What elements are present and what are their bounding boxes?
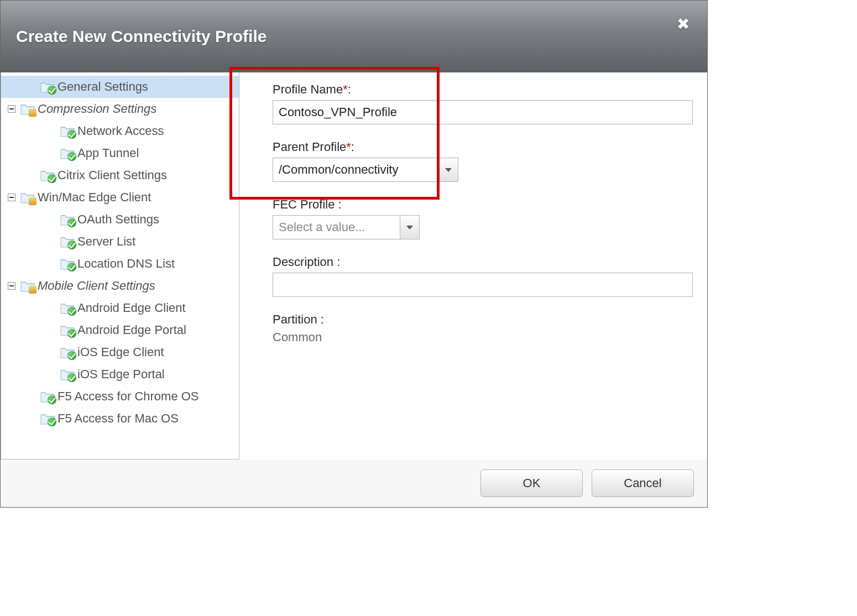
expander-placeholder bbox=[6, 81, 18, 93]
label-text: FEC Profile bbox=[273, 197, 335, 211]
expander-placeholder bbox=[6, 258, 18, 270]
expander-placeholder bbox=[6, 346, 18, 358]
sidebar-item[interactable]: Compression Settings bbox=[1, 98, 239, 120]
sidebar-item-label: App Tunnel bbox=[75, 146, 139, 160]
sidebar-item-label: Server List bbox=[75, 234, 135, 249]
folder-check-icon bbox=[60, 257, 75, 270]
sidebar-item-label: Win/Mac Edge Client bbox=[35, 190, 151, 205]
folder-check-icon bbox=[40, 412, 55, 425]
folder-group-icon bbox=[20, 191, 35, 204]
row-profile-name: Profile Name*: bbox=[273, 82, 693, 124]
label-fec-profile: FEC Profile : bbox=[273, 197, 693, 212]
sidebar-item-label: General Settings bbox=[55, 80, 148, 94]
collapse-icon[interactable] bbox=[6, 280, 18, 292]
sidebar-item[interactable]: iOS Edge Client bbox=[1, 341, 239, 363]
sidebar-item-label: Compression Settings bbox=[35, 102, 156, 116]
sidebar-item-label: iOS Edge Portal bbox=[75, 367, 165, 382]
sidebar-item[interactable]: App Tunnel bbox=[1, 142, 239, 164]
folder-group-icon bbox=[20, 279, 35, 293]
folder-group-icon bbox=[20, 102, 35, 116]
form: Profile Name*: Parent Profile*: FEC Prof… bbox=[239, 72, 707, 460]
dialog-body: General Settings Compression Settings Ne… bbox=[1, 72, 707, 460]
folder-check-icon bbox=[40, 169, 55, 182]
sidebar-item-label: Network Access bbox=[75, 124, 164, 138]
sidebar-item[interactable]: Location DNS List bbox=[1, 253, 239, 275]
folder-check-icon bbox=[40, 390, 55, 403]
folder-check-icon bbox=[60, 368, 75, 381]
label-parent-profile: Parent Profile*: bbox=[273, 140, 693, 154]
expander-placeholder bbox=[6, 213, 18, 226]
sidebar-item-label: F5 Access for Chrome OS bbox=[55, 389, 199, 404]
expander-placeholder bbox=[6, 390, 18, 403]
expander-placeholder bbox=[6, 324, 18, 336]
chevron-down-icon[interactable] bbox=[400, 215, 420, 239]
fec-profile-combo[interactable] bbox=[273, 215, 420, 239]
required-mark: * bbox=[343, 82, 348, 96]
required-mark: * bbox=[346, 140, 351, 154]
expander-placeholder bbox=[6, 302, 18, 314]
collapse-icon[interactable] bbox=[6, 191, 18, 203]
folder-check-icon bbox=[60, 301, 75, 315]
sidebar-item-label: Android Edge Portal bbox=[75, 323, 186, 337]
folder-check-icon bbox=[60, 323, 75, 337]
sidebar-item[interactable]: OAuth Settings bbox=[1, 208, 239, 231]
collapse-icon[interactable] bbox=[6, 103, 18, 115]
chevron-down-icon[interactable] bbox=[438, 158, 458, 182]
row-description: Description : bbox=[273, 255, 693, 297]
folder-check-icon bbox=[60, 213, 75, 226]
dialog-header: Create New Connectivity Profile ✖ bbox=[1, 1, 707, 72]
sidebar: General Settings Compression Settings Ne… bbox=[1, 72, 239, 460]
label-profile-name: Profile Name*: bbox=[273, 82, 693, 97]
folder-check-icon bbox=[60, 346, 75, 359]
sidebar-item[interactable]: F5 Access for Mac OS bbox=[1, 408, 239, 430]
parent-profile-combo[interactable] bbox=[273, 158, 458, 182]
dialog: Create New Connectivity Profile ✖ Genera… bbox=[0, 0, 708, 508]
folder-check-icon bbox=[60, 147, 75, 160]
sidebar-item[interactable]: iOS Edge Portal bbox=[1, 363, 239, 385]
sidebar-item-label: iOS Edge Client bbox=[75, 345, 164, 359]
partition-value: Common bbox=[273, 330, 693, 344]
label-text: Partition bbox=[273, 312, 317, 326]
cancel-button[interactable]: Cancel bbox=[592, 469, 694, 497]
parent-profile-value[interactable] bbox=[273, 158, 438, 182]
expander-placeholder bbox=[6, 147, 18, 159]
folder-check-icon bbox=[60, 124, 75, 138]
expander-placeholder bbox=[6, 236, 18, 248]
profile-name-input[interactable] bbox=[273, 100, 693, 124]
expander-placeholder bbox=[6, 169, 18, 181]
label-text: Description bbox=[273, 255, 333, 269]
label-description: Description : bbox=[273, 255, 693, 269]
label-text: Profile Name bbox=[273, 82, 343, 96]
sidebar-item[interactable]: Android Edge Portal bbox=[1, 319, 239, 341]
expander-placeholder bbox=[6, 413, 18, 425]
sidebar-item[interactable]: Win/Mac Edge Client bbox=[1, 186, 239, 208]
sidebar-item[interactable]: General Settings bbox=[1, 76, 239, 98]
sidebar-item-label: Android Edge Client bbox=[75, 301, 186, 315]
sidebar-item-label: Location DNS List bbox=[75, 257, 175, 271]
dialog-title: Create New Connectivity Profile bbox=[16, 27, 266, 46]
sidebar-item[interactable]: Mobile Client Settings bbox=[1, 275, 239, 297]
close-icon[interactable]: ✖ bbox=[677, 15, 689, 33]
folder-check-icon bbox=[60, 235, 75, 248]
folder-check-icon bbox=[40, 80, 55, 93]
dialog-footer: OK Cancel bbox=[1, 460, 707, 507]
description-input[interactable] bbox=[273, 273, 693, 297]
sidebar-item-label: Mobile Client Settings bbox=[35, 279, 155, 293]
fec-profile-value[interactable] bbox=[273, 215, 400, 239]
row-partition: Partition : Common bbox=[273, 312, 693, 344]
label-text: Parent Profile bbox=[273, 140, 346, 154]
row-fec-profile: FEC Profile : bbox=[273, 197, 693, 239]
sidebar-item-label: Citrix Client Settings bbox=[55, 168, 167, 182]
label-partition: Partition : bbox=[273, 312, 693, 327]
row-parent-profile: Parent Profile*: bbox=[273, 140, 693, 182]
expander-placeholder bbox=[6, 368, 18, 380]
expander-placeholder bbox=[6, 125, 18, 137]
sidebar-item[interactable]: F5 Access for Chrome OS bbox=[1, 385, 239, 408]
sidebar-item-label: OAuth Settings bbox=[75, 212, 159, 227]
sidebar-item[interactable]: Android Edge Client bbox=[1, 297, 239, 319]
sidebar-item[interactable]: Network Access bbox=[1, 120, 239, 142]
sidebar-item[interactable]: Citrix Client Settings bbox=[1, 164, 239, 186]
ok-button[interactable]: OK bbox=[480, 469, 583, 497]
sidebar-item[interactable]: Server List bbox=[1, 231, 239, 253]
sidebar-item-label: F5 Access for Mac OS bbox=[55, 411, 179, 426]
